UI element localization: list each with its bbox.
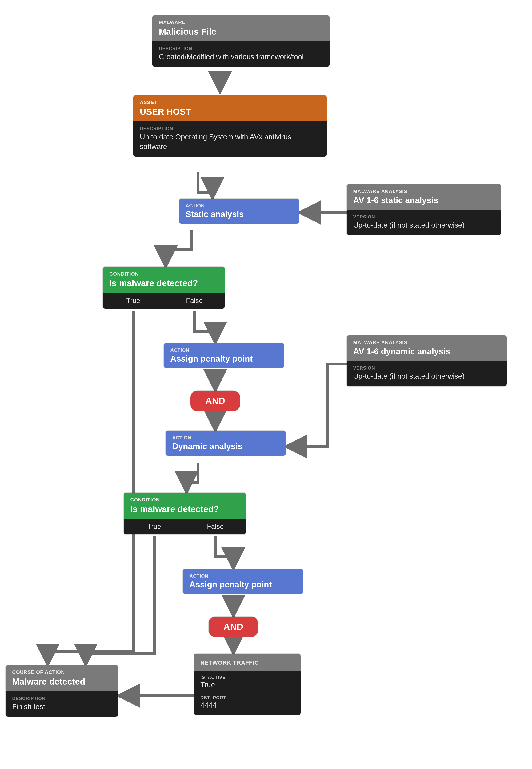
net-dstport-label: DST_PORT [194, 692, 301, 701]
node-malware-title: Malicious File [152, 26, 330, 41]
node-asset-title: USER HOST [133, 106, 327, 121]
action-dynamic-title: Dynamic analysis [166, 441, 286, 456]
net-isactive-label: IS_ACTIVE [194, 671, 301, 680]
node-static-ref-title: AV 1-6 static analysis [347, 195, 501, 210]
node-dynamic-analysis-ref: MALWARE ANALYSIS AV 1-6 dynamic analysis… [347, 335, 507, 386]
action-assign-penalty-2: ACTION Assign penalty point [183, 569, 303, 594]
node-malware-type: MALWARE [152, 15, 330, 26]
operator-and-2: AND [209, 617, 258, 637]
node-network-header: NETWORK TRAFFIC [194, 654, 301, 671]
action-dynamic-analysis: ACTION Dynamic analysis [166, 431, 286, 456]
node-malware: MALWARE Malicious File DESCRIPTION Creat… [152, 15, 330, 67]
cond2-false[interactable]: False [185, 519, 246, 534]
node-static-ref-ver-label: VERSION [347, 210, 501, 220]
coa-title: Malware detected [6, 676, 118, 691]
coa-type: COURSE OF ACTION [6, 665, 118, 676]
action-static-title: Static analysis [179, 209, 299, 223]
cond1-title: Is malware detected? [103, 277, 225, 293]
action-dynamic-type: ACTION [166, 431, 286, 441]
cond1-true[interactable]: True [103, 293, 164, 308]
cond1-type: CONDITION [103, 267, 225, 277]
node-malware-desc: Created/Modified with various framework/… [152, 52, 330, 67]
action-penalty2-type: ACTION [183, 569, 303, 579]
node-static-ref-ver: Up-to-date (if not stated otherwise) [347, 220, 501, 235]
net-isactive-value: True [194, 680, 301, 692]
action-assign-penalty-1: ACTION Assign penalty point [164, 343, 284, 368]
coa-desc: Finish test [6, 702, 118, 717]
flowchart-canvas: MALWARE Malicious File DESCRIPTION Creat… [0, 0, 532, 769]
node-asset-desc-label: DESCRIPTION [133, 121, 327, 132]
action-static-analysis: ACTION Static analysis [179, 199, 299, 223]
node-asset: ASSET USER HOST DESCRIPTION Up to date O… [133, 95, 327, 157]
cond1-false[interactable]: False [164, 293, 225, 308]
operator-and-1: AND [190, 391, 240, 411]
net-dstport-value: 4444 [194, 701, 301, 715]
node-dynamic-ref-title: AV 1-6 dynamic analysis [347, 346, 507, 361]
condition-malware-detected-1: CONDITION Is malware detected? True Fals… [103, 267, 225, 308]
action-penalty1-type: ACTION [164, 343, 284, 353]
cond2-type: CONDITION [124, 493, 246, 503]
node-course-of-action: COURSE OF ACTION Malware detected DESCRI… [6, 665, 118, 717]
node-asset-desc: Up to date Operating System with AVx ant… [133, 132, 327, 157]
node-network-traffic: NETWORK TRAFFIC IS_ACTIVE True DST_PORT … [194, 654, 301, 715]
node-static-analysis-ref: MALWARE ANALYSIS AV 1-6 static analysis … [347, 184, 501, 235]
action-static-type: ACTION [179, 199, 299, 209]
node-dynamic-ref-ver-label: VERSION [347, 361, 507, 371]
condition-malware-detected-2: CONDITION Is malware detected? True Fals… [124, 493, 246, 534]
node-static-ref-type: MALWARE ANALYSIS [347, 184, 501, 195]
cond2-true[interactable]: True [124, 519, 185, 534]
node-dynamic-ref-ver: Up-to-date (if not stated otherwise) [347, 371, 507, 386]
node-asset-type: ASSET [133, 95, 327, 106]
cond2-title: Is malware detected? [124, 503, 246, 519]
action-penalty2-title: Assign penalty point [183, 579, 303, 594]
coa-desc-label: DESCRIPTION [6, 691, 118, 702]
action-penalty1-title: Assign penalty point [164, 353, 284, 368]
node-dynamic-ref-type: MALWARE ANALYSIS [347, 335, 507, 346]
node-malware-desc-label: DESCRIPTION [152, 41, 330, 52]
